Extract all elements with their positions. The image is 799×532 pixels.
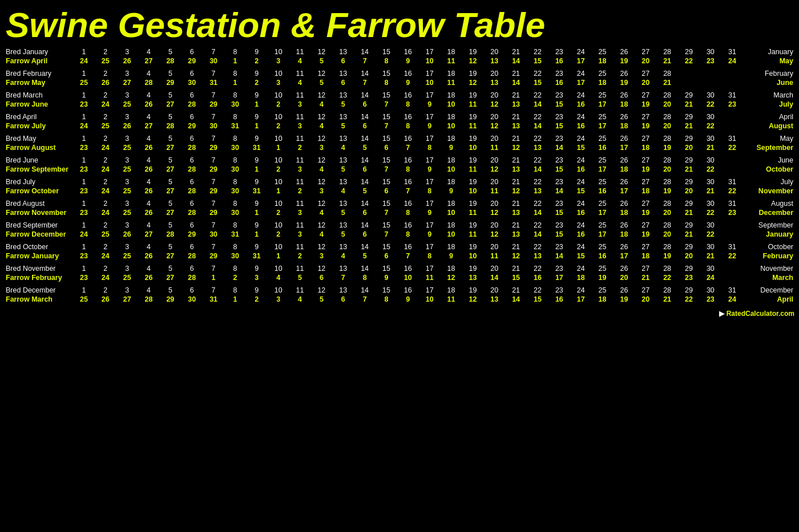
- farrow-day: 8: [376, 78, 397, 87]
- farrow-day: 9: [376, 273, 397, 282]
- bred-day: 28: [656, 199, 678, 208]
- bred-day: 8: [224, 221, 246, 230]
- bred-day: 27: [635, 47, 656, 56]
- bred-day: 22: [527, 69, 548, 78]
- farrow-day: 10: [419, 78, 441, 87]
- bred-day: 6: [181, 199, 203, 208]
- bred-day: 18: [441, 156, 462, 165]
- bred-day: 15: [376, 221, 397, 230]
- bred-day: 24: [570, 134, 592, 143]
- farrow-day: 28: [181, 143, 203, 152]
- bred-day: 25: [592, 134, 614, 143]
- farrow-day: 29: [159, 295, 181, 304]
- farrow-day: 27: [159, 208, 181, 217]
- farrow-day: 9: [419, 100, 441, 109]
- farrow-day: 25: [116, 143, 138, 152]
- farrow-day: 10: [419, 56, 441, 66]
- bred-day: 16: [397, 221, 419, 230]
- farrow-day: 29: [203, 251, 224, 261]
- bred-label: Bred November: [5, 264, 73, 273]
- farrow-day: 12: [483, 230, 505, 239]
- bred-day: 12: [310, 156, 332, 165]
- farrow-day: 13: [462, 273, 483, 282]
- farrow-day: 3: [289, 230, 311, 239]
- bred-day: 21: [505, 134, 527, 143]
- farrow-day: 5: [332, 208, 354, 217]
- farrow-day: 26: [138, 100, 160, 109]
- bred-day: 18: [441, 91, 462, 100]
- bred-day: 28: [656, 221, 678, 230]
- bred-day: 21: [505, 264, 527, 273]
- bred-day: 15: [376, 134, 397, 143]
- bred-day: 30: [700, 264, 721, 273]
- farrow-day: 18: [592, 78, 614, 87]
- bred-day: 18: [441, 199, 462, 208]
- farrow-day: 20: [656, 100, 678, 109]
- bred-day: 6: [181, 156, 203, 165]
- farrow-day: 19: [635, 121, 656, 131]
- bred-day: 6: [181, 112, 203, 121]
- farrow-day: 10: [462, 186, 483, 196]
- bred-day: 10: [268, 199, 289, 208]
- bred-end-label: January: [743, 47, 794, 56]
- bred-day: 7: [203, 242, 224, 251]
- farrow-day: 22: [700, 121, 721, 131]
- bred-day: 30: [700, 199, 721, 208]
- farrow-day: 25: [116, 100, 138, 109]
- farrow-day: 11: [462, 165, 483, 174]
- farrow-day: 18: [570, 273, 592, 282]
- bred-day: 24: [570, 69, 592, 78]
- farrow-day: 12: [483, 165, 505, 174]
- farrow-day: 17: [570, 295, 592, 304]
- bred-day: 3: [116, 242, 138, 251]
- farrow-day: 12: [505, 186, 527, 196]
- bred-day: 6: [181, 221, 203, 230]
- farrow-day: 20: [613, 273, 635, 282]
- farrow-day: 9: [397, 56, 419, 66]
- bred-label: Bred September: [5, 221, 73, 230]
- farrow-day: 11: [462, 230, 483, 239]
- bred-day: 11: [289, 112, 311, 121]
- main-table-container: Bred January1234567891011121314151617181…: [0, 47, 799, 308]
- farrow-day: 9: [397, 78, 419, 87]
- bred-label: Bred July: [5, 177, 73, 186]
- bred-day: 20: [483, 242, 505, 251]
- farrow-day: 10: [397, 273, 419, 282]
- farrow-day: 17: [592, 230, 614, 239]
- farrow-day: 28: [138, 78, 160, 87]
- bred-day: 24: [570, 156, 592, 165]
- bred-day: 15: [376, 91, 397, 100]
- farrow-day: 25: [73, 78, 95, 87]
- farrow-day: 21: [678, 165, 700, 174]
- farrow-day: 26: [116, 230, 138, 239]
- bred-day: 20: [483, 69, 505, 78]
- farrow-day: 2: [246, 78, 268, 87]
- bred-day: 26: [613, 286, 635, 295]
- bred-day: 9: [246, 91, 268, 100]
- bred-day: 3: [116, 177, 138, 186]
- bred-day: 7: [203, 177, 224, 186]
- bred-day: 9: [246, 156, 268, 165]
- farrow-day: 2: [268, 121, 289, 131]
- bred-day: 10: [268, 134, 289, 143]
- bred-day: 9: [246, 177, 268, 186]
- farrow-day: 14: [548, 143, 570, 152]
- farrow-day: 19: [613, 295, 635, 304]
- bred-day: 31: [721, 134, 743, 143]
- farrow-day: 6: [376, 186, 397, 196]
- bred-day: 31: [721, 47, 743, 56]
- bred-day: 28: [656, 47, 678, 56]
- bred-day: 4: [138, 47, 160, 56]
- bred-day: 22: [527, 286, 548, 295]
- farrow-day: 24: [95, 143, 116, 152]
- farrow-day: 22: [700, 208, 721, 217]
- farrow-label: Farrow December: [5, 230, 73, 239]
- bred-end-label: August: [743, 199, 794, 208]
- farrow-day: 14: [527, 100, 548, 109]
- bred-day: 3: [116, 91, 138, 100]
- farrow-day: 12: [483, 121, 505, 131]
- farrow-day: 27: [159, 100, 181, 109]
- bred-day: 25: [592, 156, 614, 165]
- gestation-table: Bred January1234567891011121314151617181…: [5, 47, 794, 304]
- bred-day: 11: [289, 177, 311, 186]
